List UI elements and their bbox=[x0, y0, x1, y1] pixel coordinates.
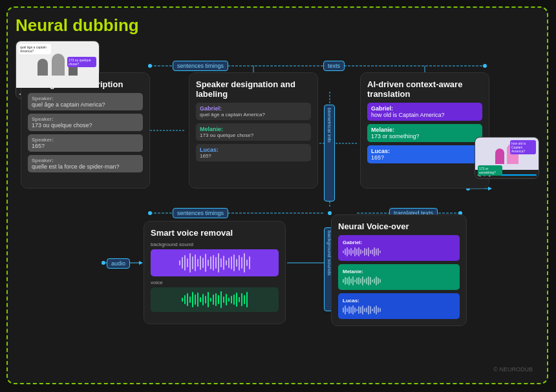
svg-marker-10 bbox=[139, 261, 143, 265]
transcription-item-1: Speaker: quel âge a captain America? bbox=[28, 93, 143, 110]
video-out-preview: how old is Captain America? 173 or somet… bbox=[475, 138, 539, 170]
copyright: © NEURODUB bbox=[493, 366, 533, 373]
sentences-timings-top-badge: sentences timings bbox=[173, 61, 228, 71]
speech-bubble-2: 173 ou quelque chose? bbox=[67, 57, 96, 67]
speaker-item-lucas: Lucas: 165? bbox=[196, 144, 311, 161]
ai-translation-module: AI-driven context-aware translation Gabr… bbox=[360, 72, 489, 189]
svg-point-17 bbox=[148, 64, 152, 68]
out-speech-bubble-2: 173 or something? bbox=[478, 165, 502, 176]
biometrical-info-badge: biometrical info bbox=[324, 105, 335, 201]
transcription-item-3: Speaker: 165? bbox=[28, 134, 143, 152]
background-waveform bbox=[151, 249, 279, 276]
speech-bubble-1: quel âge a captain America? bbox=[19, 44, 51, 54]
video-output-module: how old is Captain America? 173 or somet… bbox=[475, 137, 539, 179]
sentences-timings-bottom-badge: sentences timings bbox=[173, 208, 228, 218]
texts-badge: texts bbox=[323, 61, 345, 71]
voiceover-melanie: Melanie: bbox=[338, 264, 460, 290]
voice-removal-title: Smart voice removal bbox=[151, 228, 279, 238]
transcription-item-4: Speaker: quelle est la force de spider-m… bbox=[28, 155, 143, 172]
transcription-item-2: Speaker: 173 ou quelque chose? bbox=[28, 114, 143, 131]
neural-voiceover-module: Neural Voice-over Gabriel: bbox=[331, 214, 467, 326]
translation-item-lucas: Lucas: 165? bbox=[367, 145, 482, 163]
bg-sound-label: background sound bbox=[151, 242, 279, 247]
voiceover-gabriel: Gabriel: bbox=[338, 235, 460, 261]
main-container: Neural dubbing bbox=[6, 6, 548, 384]
transcription-module: Intelligent Transcription Speaker: quel … bbox=[21, 72, 150, 189]
svg-point-19 bbox=[483, 64, 487, 68]
voiceover-title: Neural Voice-over bbox=[338, 222, 460, 231]
out-speech-bubble: how old is Captain America? bbox=[510, 140, 536, 154]
svg-point-21 bbox=[328, 211, 332, 215]
character-1 bbox=[37, 59, 48, 76]
speaker-item-gabriel: Gabriel: quel âge a captain America? bbox=[196, 103, 311, 120]
ai-translation-title: AI-driven context-aware translation bbox=[367, 79, 482, 99]
speaker-designation-module: Speaker designation and labeling Gabriel… bbox=[189, 72, 318, 189]
translation-item-gabriel: Gabriel: how old is Captain America? bbox=[367, 103, 482, 121]
voice-removal-module: Smart voice removal background sound bbox=[144, 221, 286, 324]
voice-label: voice bbox=[151, 280, 279, 285]
video-preview: quel âge a captain America? 173 ou quelq… bbox=[16, 41, 99, 88]
translation-item-melanie: Melanie: 173 or something? bbox=[367, 124, 482, 142]
out-char-1 bbox=[495, 149, 504, 164]
voice-waveform bbox=[151, 287, 279, 312]
page-title: Neural dubbing bbox=[16, 15, 539, 36]
svg-marker-16 bbox=[488, 187, 492, 191]
svg-point-20 bbox=[148, 211, 152, 215]
voiceover-lucas: Lucas: bbox=[338, 293, 460, 319]
character-2 bbox=[52, 54, 65, 76]
audio-badge: audio bbox=[107, 258, 130, 269]
speaker-designation-title: Speaker designation and labeling bbox=[196, 79, 311, 99]
speaker-item-melanie: Melanie: 173 ou quelque chose? bbox=[196, 123, 311, 141]
svg-point-23 bbox=[102, 261, 105, 265]
